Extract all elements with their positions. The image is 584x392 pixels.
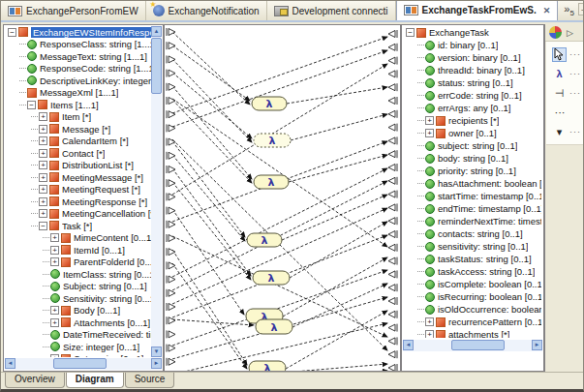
tree-node-label[interactable]: Categories [0...1] bbox=[74, 353, 143, 357]
tree-row[interactable]: MessageText: string [1...1] bbox=[5, 50, 151, 63]
source-connector-terminal[interactable] bbox=[167, 261, 175, 269]
tree-row[interactable]: +attachments [*] bbox=[403, 328, 541, 338]
tree-node-label[interactable]: DescriptiveLinkKey: integer [1...1] bbox=[40, 75, 151, 86]
mapping-link[interactable] bbox=[172, 182, 251, 280]
collapse-toggle-icon[interactable]: − bbox=[8, 28, 16, 37]
mapping-link[interactable] bbox=[172, 250, 247, 365]
expand-toggle-icon[interactable]: + bbox=[50, 246, 59, 255]
tree-node-label[interactable]: reminderNextTime: timestamp [0..1] bbox=[438, 216, 541, 226]
tree-row[interactable]: isComplete: boolean [0..1] bbox=[403, 278, 541, 290]
tab-overflow-chevron[interactable]: »5 bbox=[564, 3, 574, 17]
tree-row[interactable]: +Body [0...1] bbox=[5, 305, 151, 317]
tree-node-label[interactable]: priority: string [0..1] bbox=[438, 166, 516, 176]
tree-row[interactable]: +Message [*] bbox=[5, 123, 151, 136]
expand-toggle-icon[interactable]: + bbox=[425, 330, 434, 338]
source-connector-terminal[interactable] bbox=[167, 193, 175, 200]
mapping-link[interactable] bbox=[287, 87, 387, 104]
marker-tool[interactable]: ▾··· bbox=[548, 122, 581, 141]
drawer-dots[interactable]: ··· bbox=[548, 103, 581, 122]
tree-node-label[interactable]: MessageXml [1...1] bbox=[40, 87, 118, 98]
tree-node-label[interactable]: Task [*] bbox=[62, 221, 92, 231]
mapping-link[interactable] bbox=[172, 32, 250, 105]
tree-node-label[interactable]: ResponseClass: string [1...1] bbox=[40, 39, 151, 49]
tree-row[interactable]: +Attachments [0...1] bbox=[5, 317, 151, 329]
source-connector-terminal[interactable] bbox=[167, 317, 175, 324]
expand-toggle-icon[interactable]: + bbox=[50, 306, 59, 315]
tree-node-label[interactable]: id: binary [0..1] bbox=[438, 40, 498, 50]
target-connector-terminal[interactable] bbox=[388, 230, 397, 238]
expand-toggle-icon[interactable]: + bbox=[425, 129, 434, 137]
mapping-link[interactable] bbox=[286, 311, 387, 369]
tree-row[interactable]: body: string [0..1] bbox=[403, 152, 541, 165]
tree-row[interactable]: −ExchangeEWSItemInfoResponse bbox=[5, 26, 151, 39]
tree-node-label[interactable]: Body [0...1] bbox=[74, 305, 120, 316]
tree-row[interactable]: +DistributionList [*] bbox=[5, 160, 151, 172]
tree-node-label[interactable]: version: binary [0..1] bbox=[438, 52, 521, 63]
tree-row[interactable]: taskStatus: string [0..1] bbox=[403, 253, 541, 265]
target-connector-terminal[interactable] bbox=[388, 83, 397, 91]
mapping-link[interactable] bbox=[172, 168, 251, 276]
collapse-toggle-icon[interactable]: − bbox=[27, 101, 36, 109]
tree-node-label[interactable]: Message [*] bbox=[62, 124, 110, 135]
tree-row[interactable]: +owner [0..1] bbox=[403, 127, 541, 139]
expand-toggle-icon[interactable]: + bbox=[39, 125, 47, 134]
source-connector-terminal[interactable] bbox=[167, 83, 175, 91]
scroll-right-arrow-icon[interactable]: ► bbox=[532, 340, 542, 350]
collapse-toggle-icon[interactable]: − bbox=[39, 222, 47, 230]
tree-node-label[interactable]: Items [1...1] bbox=[50, 100, 99, 110]
source-connector-terminal[interactable] bbox=[167, 97, 175, 105]
expand-toggle-icon[interactable]: + bbox=[39, 209, 47, 218]
target-connector-terminal[interactable] bbox=[388, 364, 397, 372]
tree-row[interactable]: +MeetingCancellation [*] bbox=[5, 208, 151, 221]
target-connector-terminal[interactable] bbox=[388, 57, 397, 65]
tree-node-label[interactable]: recipients [*] bbox=[448, 115, 499, 126]
source-connector-terminal[interactable] bbox=[167, 289, 175, 297]
lambda-function-box[interactable]: λ bbox=[247, 233, 282, 247]
tree-row[interactable]: isOldOccurrence: boolean [0..1] bbox=[403, 303, 541, 316]
source-connector-terminal[interactable] bbox=[167, 70, 175, 77]
target-connector-terminal[interactable] bbox=[388, 70, 397, 77]
mapping-link[interactable] bbox=[292, 284, 387, 327]
tree-row[interactable]: DescriptiveLinkKey: integer [1...1] bbox=[5, 75, 151, 87]
close-icon[interactable]: ✕ bbox=[543, 6, 551, 15]
scrollbar-thumb[interactable] bbox=[53, 358, 107, 369]
target-connector-terminal[interactable] bbox=[388, 217, 397, 225]
tree-row[interactable]: reminderNextTime: timestamp [0..1] bbox=[403, 215, 541, 227]
tree-node-label[interactable]: isOldOccurrence: boolean [0..1] bbox=[438, 304, 541, 315]
target-connector-terminal[interactable] bbox=[388, 311, 397, 318]
tree-row[interactable]: status: string [0..1] bbox=[403, 76, 541, 89]
tree-row[interactable]: ResponseClass: string [1...1] bbox=[5, 39, 151, 51]
lambda-function-box[interactable]: λ bbox=[252, 97, 287, 110]
palette-icon[interactable] bbox=[549, 26, 562, 39]
tree-row[interactable]: +Item [*] bbox=[5, 111, 151, 124]
scroll-right-arrow-icon[interactable]: ► bbox=[151, 358, 162, 369]
page-tab-source[interactable]: Source bbox=[125, 373, 175, 388]
tree-row[interactable]: sensitivity: string [0..1] bbox=[403, 240, 541, 253]
page-tab-overview[interactable]: Overview bbox=[5, 373, 65, 388]
tree-row[interactable]: −Task [*] bbox=[5, 220, 151, 232]
mapping-link[interactable] bbox=[291, 114, 387, 140]
tree-node-label[interactable]: ExchangeTask bbox=[429, 27, 489, 38]
target-connector-terminal[interactable] bbox=[388, 136, 397, 144]
right-horizontal-scrollbar[interactable]: ◄ ► bbox=[403, 340, 542, 351]
tree-node-label[interactable]: errCode: string [0..1] bbox=[438, 90, 522, 101]
tree-node-label[interactable]: errArgs: any [0..1] bbox=[438, 103, 511, 113]
target-connector-terminal[interactable] bbox=[388, 324, 397, 332]
tree-node-label[interactable]: sensitivity: string [0..1] bbox=[438, 241, 528, 252]
tree-node-label[interactable]: Size: integer [0...1] bbox=[63, 342, 139, 352]
tree-row[interactable]: subject: string [0..1] bbox=[403, 139, 541, 152]
tree-node-label[interactable]: MimeContent [0...1] bbox=[74, 232, 151, 243]
target-connector-terminal[interactable] bbox=[388, 150, 397, 158]
tree-node-label[interactable]: ResponseCode: string [1...1] bbox=[40, 63, 151, 74]
expand-toggle-icon[interactable]: + bbox=[39, 149, 47, 158]
tree-node-label[interactable]: recurrencePattern [0..1] bbox=[448, 317, 541, 327]
tree-row[interactable]: hasAttachment: boolean [0..1] bbox=[403, 177, 541, 190]
page-tab-diagram[interactable]: Diagram bbox=[66, 373, 124, 388]
tree-row[interactable]: Size: integer [0...1] bbox=[5, 341, 151, 353]
tree-row[interactable]: errArgs: any [0..1] bbox=[403, 102, 541, 114]
tree-node-label[interactable]: Subject: string [0...1] bbox=[63, 281, 147, 291]
tree-row[interactable]: +recipients [*] bbox=[403, 114, 541, 127]
tree-node-label[interactable]: ItemClass: string [0...1] bbox=[63, 269, 151, 280]
source-connector-terminal[interactable] bbox=[167, 276, 175, 284]
source-connector-terminal[interactable] bbox=[167, 248, 175, 256]
